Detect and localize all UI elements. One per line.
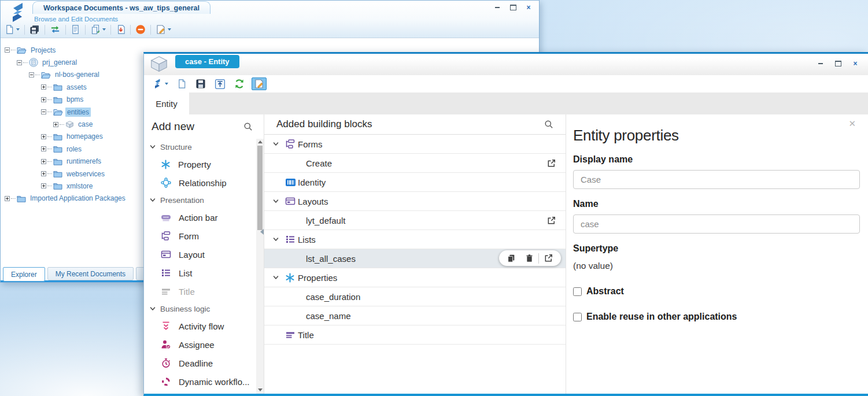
- window-controls: ×: [492, 3, 534, 12]
- add-new-item-lifecycle[interactable]: Lifecycle: [144, 391, 256, 394]
- minimize-button[interactable]: [492, 3, 503, 12]
- building-block-row-create[interactable]: Create: [264, 154, 566, 173]
- toolbar-separator: [110, 25, 111, 35]
- search-icon[interactable]: [243, 122, 253, 131]
- supertype-value: (no value): [573, 261, 860, 271]
- add-new-item-layout[interactable]: Layout: [144, 245, 256, 264]
- edit-button[interactable]: [252, 77, 267, 90]
- add-new-item-property[interactable]: Property: [144, 155, 256, 173]
- building-block-row-lists[interactable]: Lists: [264, 230, 566, 249]
- section-header-business-logic[interactable]: Business logic: [144, 301, 256, 317]
- search-icon[interactable]: [544, 120, 553, 129]
- new-document-button[interactable]: [175, 78, 189, 90]
- dropdown-caret-icon[interactable]: [165, 83, 168, 85]
- field-label-supertype: Supertype: [573, 243, 860, 254]
- explorer-tab-my-recent-documents[interactable]: My Recent Documents: [47, 267, 134, 280]
- title-icon: [285, 330, 296, 340]
- duplicate-button[interactable]: [502, 253, 520, 263]
- minimize-icon: [495, 7, 500, 8]
- tree-item-label: Imported Application Packages: [28, 194, 127, 203]
- building-block-row-case-name[interactable]: case_name: [264, 306, 566, 325]
- scrollbar-thumb[interactable]: [257, 146, 263, 230]
- building-block-row-case-duration[interactable]: case_duration: [264, 287, 566, 306]
- building-block-row-lst-all-cases[interactable]: lst_all_cases: [264, 249, 566, 268]
- close-button[interactable]: ×: [849, 59, 861, 68]
- new-document-icon: [177, 79, 187, 89]
- folder-open-icon: [53, 108, 63, 116]
- add-new-item-action-bar[interactable]: Action bar: [144, 208, 256, 227]
- add-new-item-label: Layout: [179, 250, 205, 260]
- maximize-button[interactable]: [507, 3, 519, 12]
- document-title-tab[interactable]: case - Entity: [175, 55, 239, 68]
- panel-collapse-handle[interactable]: [260, 229, 264, 235]
- add-new-item-form[interactable]: Form: [144, 227, 256, 245]
- folder-icon: [53, 170, 62, 177]
- field-label-display-name: Display name: [573, 154, 860, 165]
- folder-icon: [53, 83, 62, 91]
- copy-document-button[interactable]: [88, 24, 108, 35]
- building-block-child-label: Create: [306, 158, 332, 168]
- save-button[interactable]: [194, 78, 208, 90]
- tree-item-label: prj_general: [40, 58, 79, 67]
- expand-icon: [41, 84, 46, 90]
- add-new-item-dynamic-workflo[interactable]: Dynamic workflo...: [144, 372, 256, 391]
- dropdown-caret-icon[interactable]: [102, 28, 106, 31]
- view-document-button[interactable]: [69, 24, 82, 35]
- folder-icon: [17, 195, 26, 202]
- building-block-row-layouts[interactable]: Layouts: [264, 192, 566, 211]
- refresh-icon: [234, 79, 245, 89]
- check-in-button[interactable]: [213, 78, 227, 90]
- edit-icon: [254, 79, 264, 89]
- tab-entity[interactable]: Entity: [144, 92, 189, 114]
- dropdown-caret-icon[interactable]: [168, 28, 171, 31]
- blueriq-menu-button[interactable]: [150, 77, 170, 90]
- maximize-button[interactable]: [832, 59, 844, 68]
- building-block-row-title[interactable]: Title: [264, 325, 566, 345]
- building-block-row-properties[interactable]: Properties: [264, 268, 566, 287]
- tree-connector: [23, 62, 28, 63]
- dropdown-caret-icon[interactable]: [16, 28, 20, 31]
- copy-document-icon: [90, 24, 101, 35]
- scroll-up-arrow-icon[interactable]: [258, 140, 263, 143]
- building-block-row-lyt-default[interactable]: lyt_default: [264, 211, 566, 230]
- add-new-item-relationship[interactable]: Relationship: [144, 173, 256, 192]
- close-button[interactable]: ×: [523, 3, 534, 12]
- save-all-button[interactable]: [28, 24, 42, 35]
- add-new-item-assignee[interactable]: Assignee: [144, 335, 256, 354]
- add-new-item-deadline[interactable]: Deadline: [144, 354, 256, 372]
- disable-button[interactable]: [134, 24, 147, 35]
- delete-button[interactable]: [520, 253, 538, 263]
- abstract-checkbox[interactable]: [573, 287, 582, 296]
- tree-item-label: entities: [65, 108, 91, 117]
- open-document-button[interactable]: [539, 253, 558, 263]
- section-header-presentation[interactable]: Presentation: [144, 192, 256, 208]
- close-panel-button[interactable]: ✕: [848, 119, 856, 128]
- add-new-title: Add new: [152, 120, 194, 133]
- open-document-button[interactable]: [546, 216, 556, 225]
- add-new-item-list[interactable]: List: [144, 264, 256, 282]
- building-block-row-identity[interactable]: Identity: [264, 173, 566, 192]
- transfer-button[interactable]: [48, 24, 62, 35]
- explorer-tab-explorer[interactable]: Explorer: [3, 267, 45, 282]
- new-document-button[interactable]: [3, 24, 21, 35]
- check-out-button[interactable]: [114, 24, 127, 35]
- refresh-button[interactable]: [232, 78, 246, 90]
- scroll-down-arrow-icon[interactable]: [258, 388, 263, 391]
- open-document-button[interactable]: [546, 158, 556, 168]
- add-new-item-activity-flow[interactable]: Activity flow: [144, 317, 256, 335]
- building-blocks-panel: Added building blocks FormsCreateIdentit…: [264, 114, 566, 394]
- toolbar-separator: [150, 25, 151, 35]
- enable-reuse-in-other-applications-checkbox[interactable]: [573, 313, 582, 321]
- minimize-button[interactable]: [815, 59, 826, 68]
- display-name-field[interactable]: [573, 170, 860, 189]
- building-block-row-forms[interactable]: Forms: [264, 135, 566, 154]
- edit-metadata-button[interactable]: [154, 24, 173, 35]
- properties-title: Entity properties: [573, 127, 860, 145]
- abstract-checkbox-row: Abstract: [573, 286, 860, 297]
- blueriq-menu-icon: [152, 78, 163, 90]
- section-header-structure[interactable]: Structure: [144, 139, 256, 155]
- name-field[interactable]: [573, 214, 860, 234]
- building-block-group-label: Forms: [298, 139, 323, 149]
- minimize-icon: [818, 63, 823, 64]
- toolbar-separator: [45, 25, 45, 35]
